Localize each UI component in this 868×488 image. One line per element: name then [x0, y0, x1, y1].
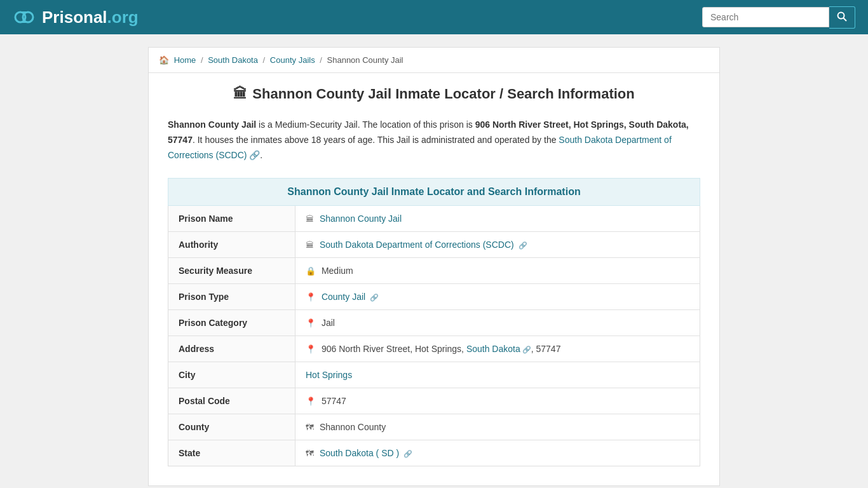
- table-row: Prison Name 🏛 Shannon County Jail: [168, 206, 700, 232]
- state-ext-link-icon: 🔗: [403, 450, 412, 458]
- table-row: Prison Type 📍 County Jail 🔗: [168, 284, 700, 310]
- table-label: Security Measure: [168, 258, 295, 284]
- table-cell: 🏛 South Dakota Department of Corrections…: [295, 232, 700, 258]
- table-row: Security Measure 🔒 Medium: [168, 258, 700, 284]
- security-value: Medium: [322, 266, 353, 276]
- table-cell: 🔒 Medium: [295, 258, 700, 284]
- table-cell: 📍 County Jail 🔗: [295, 284, 700, 310]
- table-row: Prison Category 📍 Jail: [168, 310, 700, 336]
- table-label: State: [168, 440, 295, 466]
- table-cell: 🗺 Shannon County: [295, 414, 700, 440]
- breadcrumb-current: Shannon County Jail: [327, 55, 403, 65]
- page-title-icon: 🏛: [233, 86, 247, 102]
- search-input[interactable]: [702, 7, 829, 27]
- table-label: Postal Code: [168, 388, 295, 414]
- table-row: City Hot Springs: [168, 362, 700, 388]
- table-row: Address 📍 906 North River Street, Hot Sp…: [168, 336, 700, 362]
- table-cell: Hot Springs: [295, 362, 700, 388]
- table-label: Prison Category: [168, 310, 295, 336]
- intro-paragraph: Shannon County Jail is a Medium-Security…: [168, 118, 700, 163]
- page-title: 🏛 Shannon County Jail Inmate Locator / S…: [168, 86, 700, 102]
- prison-type-link[interactable]: County Jail: [322, 292, 365, 302]
- main-content: 🏠 Home / South Dakota / County Jails / S…: [148, 47, 720, 486]
- search-area: [702, 6, 855, 29]
- table-label: City: [168, 362, 295, 388]
- intro-text3: .: [260, 150, 262, 160]
- section-header: Shannon County Jail Inmate Locator and S…: [168, 178, 700, 206]
- intro-text1: is a Medium-Security Jail. The location …: [256, 119, 475, 130]
- county-icon: 🗺: [306, 423, 314, 432]
- table-label: Prison Type: [168, 284, 295, 310]
- lock-icon: 🔒: [306, 266, 316, 276]
- address-state-link[interactable]: South Dakota: [466, 344, 520, 354]
- intro-jail-name: Shannon County Jail: [168, 119, 256, 130]
- svg-line-5: [844, 18, 847, 21]
- external-link-icon: 🔗: [249, 150, 260, 160]
- state-link[interactable]: South Dakota ( SD ): [320, 448, 399, 458]
- logo-text: Prisonal.org: [42, 8, 139, 27]
- table-row: Postal Code 📍 57747: [168, 388, 700, 414]
- county-value: Shannon County: [320, 422, 386, 432]
- content-area: 🏛 Shannon County Jail Inmate Locator / S…: [149, 73, 719, 485]
- table-cell: 🗺 South Dakota ( SD ) 🔗: [295, 440, 700, 466]
- table-cell: 📍 906 North River Street, Hot Springs, S…: [295, 336, 700, 362]
- postal-value: 57747: [322, 396, 346, 406]
- page-title-text: Shannon County Jail Inmate Locator / Sea…: [252, 86, 634, 102]
- info-table: Prison Name 🏛 Shannon County Jail Author…: [168, 206, 700, 466]
- breadcrumb-category[interactable]: County Jails: [270, 55, 315, 65]
- table-label: County: [168, 414, 295, 440]
- address-street: 906 North River Street, Hot Springs,: [322, 344, 466, 354]
- table-row: County 🗺 Shannon County: [168, 414, 700, 440]
- home-icon: 🏠: [159, 55, 169, 65]
- logo-area: Prisonal.org: [13, 6, 139, 29]
- intro-text2: . It houses the inmates above 18 years o…: [193, 135, 559, 145]
- state-icon: 🗺: [306, 449, 314, 458]
- address-icon: 📍: [306, 344, 316, 354]
- table-label: Prison Name: [168, 206, 295, 232]
- authority-link[interactable]: South Dakota Department of Corrections (…: [320, 240, 514, 250]
- location-icon: 📍: [306, 292, 316, 302]
- address-zip: , 57747: [531, 344, 561, 354]
- search-button[interactable]: [829, 6, 855, 29]
- prison-icon: 🏛: [306, 214, 314, 224]
- prison-name-link[interactable]: Shannon County Jail: [320, 214, 402, 224]
- category-value: Jail: [322, 318, 335, 328]
- category-icon: 📍: [306, 318, 316, 328]
- table-row: State 🗺 South Dakota ( SD ) 🔗: [168, 440, 700, 466]
- logo-icon: [13, 6, 36, 29]
- table-row: Authority 🏛 South Dakota Department of C…: [168, 232, 700, 258]
- table-label: Address: [168, 336, 295, 362]
- table-label: Authority: [168, 232, 295, 258]
- table-cell: 📍 57747: [295, 388, 700, 414]
- authority-icon: 🏛: [306, 240, 314, 250]
- external-icon: 🔗: [519, 241, 527, 249]
- city-link[interactable]: Hot Springs: [306, 370, 352, 380]
- site-header: Prisonal.org: [0, 0, 868, 34]
- breadcrumb-home[interactable]: Home: [174, 55, 196, 65]
- breadcrumb-state[interactable]: South Dakota: [208, 55, 258, 65]
- table-cell: 🏛 Shannon County Jail: [295, 206, 700, 232]
- search-icon: [837, 11, 847, 22]
- type-link-icon: 🔗: [370, 294, 379, 301]
- svg-point-4: [838, 12, 844, 18]
- postal-icon: 📍: [306, 396, 316, 406]
- svg-point-1: [23, 12, 33, 22]
- table-cell: 📍 Jail: [295, 310, 700, 336]
- breadcrumb: 🏠 Home / South Dakota / County Jails / S…: [149, 48, 719, 73]
- state-link-icon: 🔗: [522, 346, 531, 353]
